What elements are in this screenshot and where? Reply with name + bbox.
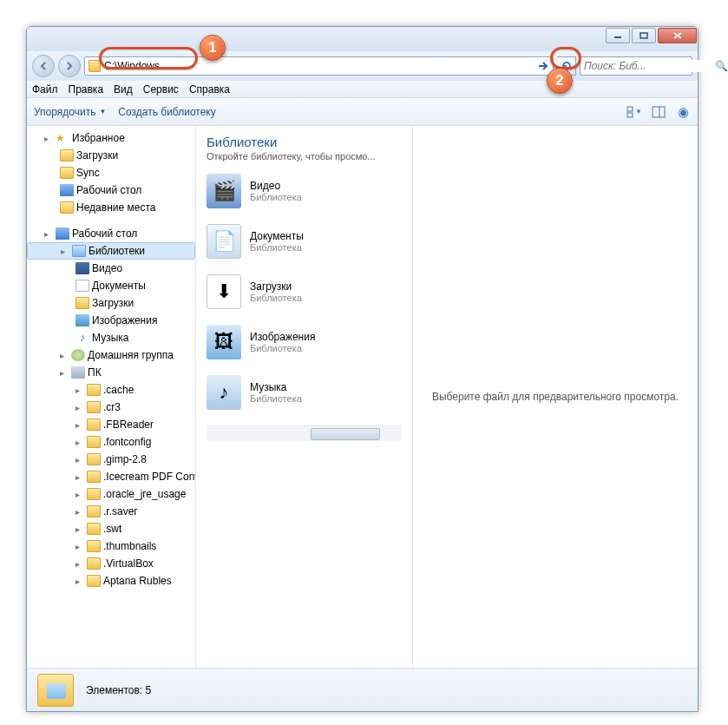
- tree-desktop[interactable]: Рабочий стол: [27, 181, 195, 199]
- tree-folder[interactable]: ▸.cr3: [27, 399, 195, 416]
- tree-sync[interactable]: Sync: [27, 164, 195, 181]
- create-library-button[interactable]: Создать библиотеку: [118, 106, 215, 118]
- content-area: Библиотеки Откройте библиотеку, чтобы пр…: [196, 126, 698, 668]
- tree-folder[interactable]: ▸.r.saver: [27, 503, 195, 520]
- tree-lib-music[interactable]: ♪Музыка: [27, 329, 195, 346]
- help-button[interactable]: ◉: [675, 104, 691, 120]
- explorer-window: 🔍 Файл Правка Вид Сервис Справка Упорядо…: [26, 26, 698, 712]
- library-item[interactable]: 🎬ВидеоБиблиотека: [207, 174, 402, 208]
- menu-view[interactable]: Вид: [114, 83, 133, 96]
- status-count: Элементов: 5: [86, 684, 151, 696]
- tree-lib-documents[interactable]: Документы: [27, 277, 195, 294]
- search-input[interactable]: [584, 60, 715, 72]
- library-type: Библиотека: [250, 242, 304, 253]
- address-bar[interactable]: [84, 56, 554, 76]
- tree-favorites[interactable]: ▸★Избранное: [27, 129, 195, 147]
- tree-recent[interactable]: Недавние места: [27, 199, 195, 216]
- address-input[interactable]: [104, 60, 532, 72]
- content-subtitle: Откройте библиотеку, чтобы просмо...: [207, 151, 402, 161]
- tree-folder[interactable]: ▸.Icecream PDF Conv: [27, 468, 195, 485]
- svg-rect-4: [627, 113, 633, 117]
- library-name: Музыка: [250, 381, 302, 393]
- tree-folder[interactable]: ▸.oracle_jre_usage: [27, 485, 195, 503]
- svg-rect-6: [653, 107, 665, 117]
- tree-pc[interactable]: ▸ПК: [27, 364, 195, 381]
- tree-folder[interactable]: ▸Aptana Rubles: [27, 572, 195, 590]
- tree-folder[interactable]: ▸.fontconfig: [27, 433, 195, 451]
- callout-2: 2: [547, 68, 573, 94]
- preview-pane: Выберите файл для предварительного просм…: [413, 126, 698, 668]
- body: ▸★Избранное Загрузки Sync Рабочий стол Н…: [27, 126, 698, 668]
- tree-folder[interactable]: ▸.swt: [27, 520, 195, 537]
- tree-homegroup[interactable]: ▸Домашняя группа: [27, 346, 195, 364]
- menu-help[interactable]: Справка: [189, 83, 230, 96]
- library-icon: 📄: [207, 224, 241, 259]
- preview-pane-button[interactable]: [651, 104, 666, 120]
- tree-folder[interactable]: ▸.thumbnails: [27, 537, 195, 555]
- library-item[interactable]: ⬇ЗагрузкиБиблиотека: [207, 274, 402, 309]
- tree-folder[interactable]: ▸.cache: [27, 381, 195, 399]
- tree-lib-images[interactable]: Изображения: [27, 312, 195, 329]
- menu-edit[interactable]: Правка: [69, 83, 104, 96]
- search-box[interactable]: 🔍: [580, 56, 692, 76]
- tree-desktop-root[interactable]: ▸Рабочий стол: [27, 225, 195, 242]
- organize-button[interactable]: Упорядочить ▼: [34, 106, 106, 118]
- svg-rect-0: [614, 36, 621, 38]
- library-icon: 🎬: [207, 174, 241, 208]
- folder-icon: [89, 60, 101, 72]
- library-icon: ⬇: [207, 274, 241, 309]
- svg-rect-2: [627, 107, 633, 111]
- search-icon: 🔍: [715, 60, 728, 72]
- status-bar: Элементов: 5: [27, 668, 698, 711]
- titlebar: [27, 27, 698, 51]
- library-name: Видео: [250, 180, 302, 192]
- tree-lib-video[interactable]: Видео: [27, 260, 195, 277]
- library-type: Библиотека: [250, 293, 302, 303]
- go-button[interactable]: [535, 58, 551, 74]
- library-item[interactable]: ♪МузыкаБиблиотека: [207, 375, 402, 410]
- nav-row: 🔍: [27, 51, 698, 81]
- callout-1: 1: [200, 35, 226, 61]
- library-name: Документы: [250, 230, 304, 242]
- library-icon: 🖼: [207, 325, 241, 359]
- library-icon: ♪: [207, 375, 241, 410]
- tree-downloads[interactable]: Загрузки: [27, 147, 195, 164]
- menu-bar: Файл Правка Вид Сервис Справка: [27, 81, 698, 98]
- toolbar: Упорядочить ▼ Создать библиотеку ▼ ◉: [27, 98, 698, 126]
- library-item[interactable]: 🖼ИзображенияБиблиотека: [207, 325, 402, 359]
- library-item[interactable]: 📄ДокументыБиблиотека: [207, 224, 402, 259]
- tree-folder[interactable]: ▸.FBReader: [27, 416, 195, 433]
- maximize-button[interactable]: [632, 28, 656, 43]
- tree-folder[interactable]: ▸.gimp-2.8: [27, 451, 195, 468]
- view-mode-button[interactable]: ▼: [626, 104, 642, 120]
- library-type: Библиотека: [250, 192, 302, 202]
- back-button[interactable]: [32, 55, 55, 77]
- tree-libraries[interactable]: ▸Библиотеки: [27, 242, 195, 260]
- nav-tree[interactable]: ▸★Избранное Загрузки Sync Рабочий стол Н…: [27, 126, 196, 668]
- minimize-button[interactable]: [606, 28, 630, 43]
- svg-rect-1: [640, 33, 647, 38]
- libraries-list: Библиотеки Откройте библиотеку, чтобы пр…: [196, 126, 413, 668]
- tree-lib-downloads[interactable]: Загрузки: [27, 294, 195, 312]
- tree-folder[interactable]: ▸.VirtualBox: [27, 555, 195, 572]
- library-type: Библиотека: [250, 343, 315, 353]
- horizontal-scrollbar[interactable]: [207, 425, 402, 441]
- menu-file[interactable]: Файл: [32, 83, 58, 96]
- content-title: Библиотеки: [207, 135, 402, 149]
- library-type: Библиотека: [250, 393, 302, 404]
- status-folder-icon: [37, 674, 74, 707]
- library-name: Изображения: [250, 331, 315, 343]
- menu-service[interactable]: Сервис: [143, 83, 179, 96]
- preview-empty-text: Выберите файл для предварительного просм…: [432, 391, 679, 403]
- forward-button[interactable]: [58, 55, 81, 77]
- library-name: Загрузки: [250, 280, 302, 293]
- close-button[interactable]: [658, 28, 697, 43]
